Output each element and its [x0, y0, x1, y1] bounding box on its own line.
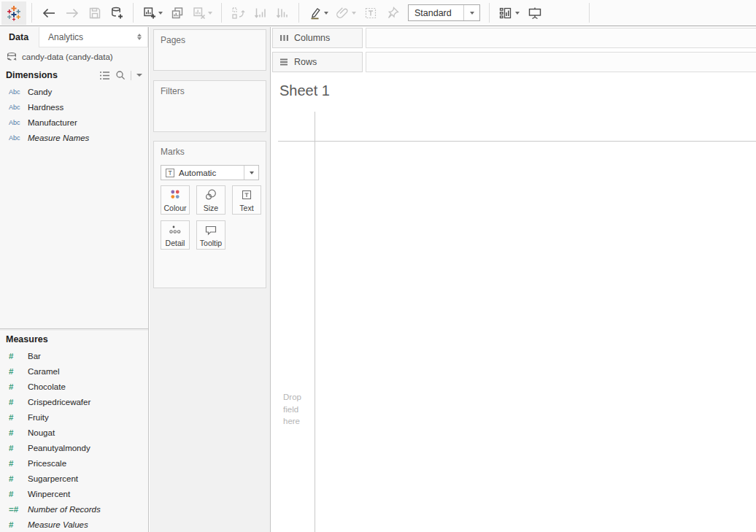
- tooltip-button[interactable]: Tooltip: [196, 220, 225, 250]
- clear-sheet-dropdown-caret[interactable]: [208, 12, 212, 15]
- redo-button[interactable]: [61, 2, 84, 24]
- field-winpercent[interactable]: # Winpercent: [0, 486, 148, 501]
- field-chocolate[interactable]: # Chocolate: [0, 379, 148, 394]
- rows-shelf-dropzone[interactable]: [366, 52, 756, 72]
- number-type-icon: #: [9, 428, 28, 437]
- sort-ascending-button[interactable]: [250, 2, 271, 24]
- field-candy[interactable]: Abc Candy: [0, 84, 148, 99]
- number-type-icon: #: [9, 398, 28, 406]
- data-source-icon: [6, 52, 18, 63]
- format-dropdown-caret[interactable]: [352, 12, 356, 15]
- detail-button-label: Detail: [166, 239, 185, 247]
- size-button-label: Size: [204, 204, 218, 212]
- fit-selector-caret-box[interactable]: [463, 5, 479, 20]
- search-icon[interactable]: [115, 70, 126, 80]
- detail-button[interactable]: Detail: [161, 220, 190, 250]
- rows-shelf-row: Rows: [272, 52, 756, 72]
- text-icon: [241, 189, 252, 201]
- data-pane: Data Analytics candy-data (candy-data) D…: [0, 27, 149, 532]
- field-label: Nougat: [28, 428, 55, 437]
- tab-data[interactable]: Data: [0, 27, 39, 47]
- highlight-dropdown-caret[interactable]: [324, 12, 328, 15]
- mark-type-value: Automatic: [179, 169, 244, 177]
- field-caramel[interactable]: # Caramel: [0, 363, 148, 379]
- string-type-icon: Abc: [9, 134, 28, 142]
- tab-analytics[interactable]: Analytics: [39, 27, 148, 47]
- toolbar-separator: [221, 3, 222, 23]
- mark-type-text-icon: T: [166, 169, 174, 177]
- presentation-mode-button[interactable]: [523, 2, 547, 24]
- mark-type-caret-box[interactable]: [244, 166, 258, 180]
- field-fruity[interactable]: # Fruity: [0, 409, 148, 425]
- number-type-icon: #: [9, 474, 28, 483]
- drop-field-here-hint[interactable]: Drop field here: [283, 391, 312, 428]
- field-number-of-records[interactable]: =# Number of Records: [0, 501, 148, 517]
- field-measure-values[interactable]: # Measure Values: [0, 517, 148, 532]
- new-data-source-button[interactable]: [106, 2, 128, 24]
- measures-header: Measures: [0, 331, 148, 348]
- text-button[interactable]: Text: [232, 185, 261, 215]
- datasource-item[interactable]: candy-data (candy-data): [0, 47, 148, 66]
- number-type-icon: #: [9, 367, 28, 376]
- field-pricescale[interactable]: # Pricescale: [0, 455, 148, 471]
- number-type-icon: #: [9, 490, 28, 498]
- field-peanutyalmondy[interactable]: # Peanutyalmondy: [0, 440, 148, 455]
- mark-type-dropdown[interactable]: T Automatic: [161, 165, 259, 180]
- field-crispedricewafer[interactable]: # Crispedricewafer: [0, 394, 148, 409]
- save-button[interactable]: [84, 2, 106, 24]
- sort-ascending-icon: [253, 6, 268, 20]
- colour-button-label: Colour: [164, 204, 187, 212]
- show-hide-cards-button[interactable]: [495, 2, 523, 24]
- pane-reorder-icon[interactable]: [137, 34, 142, 40]
- size-button[interactable]: Size: [196, 185, 225, 215]
- swap-rows-columns-button[interactable]: [227, 2, 250, 24]
- undo-button[interactable]: [37, 2, 61, 24]
- dimensions-header-label: Dimensions: [6, 70, 58, 80]
- field-manufacturer[interactable]: Abc Manufacturer: [0, 115, 148, 130]
- filters-shelf[interactable]: Filters: [153, 80, 266, 132]
- field-label: Hardness: [28, 103, 63, 112]
- sheet-title[interactable]: Sheet 1: [279, 82, 330, 99]
- tab-data-label: Data: [9, 32, 28, 42]
- columns-shelf-label: Columns: [294, 33, 330, 43]
- field-label: Sugarpercent: [28, 474, 78, 483]
- fit-selector[interactable]: Standard: [408, 4, 480, 21]
- visualization-canvas: Columns Rows Sheet 1 Drop field here: [271, 27, 756, 532]
- string-type-icon: Abc: [9, 104, 28, 111]
- field-label: Number of Records: [28, 505, 101, 514]
- new-worksheet-button[interactable]: [139, 2, 166, 24]
- field-label: Pricescale: [28, 459, 66, 468]
- field-nougat[interactable]: # Nougat: [0, 425, 148, 440]
- pages-shelf[interactable]: Pages: [153, 29, 266, 71]
- field-measure-names[interactable]: Abc Measure Names: [0, 130, 148, 145]
- number-type-icon: #: [9, 352, 28, 361]
- duplicate-sheet-icon: [170, 6, 185, 20]
- dimensions-header: Dimensions: [0, 66, 148, 84]
- format-button[interactable]: [332, 2, 360, 24]
- datasource-label: candy-data (candy-data): [22, 53, 113, 61]
- toolbar-separator: [31, 3, 32, 23]
- pin-button[interactable]: [382, 2, 404, 24]
- clear-sheet-button[interactable]: [188, 2, 216, 24]
- show-mark-labels-button[interactable]: [360, 2, 382, 24]
- marks-card: Marks T Automatic Colour: [153, 141, 266, 288]
- tableau-logo[interactable]: [1, 1, 26, 25]
- duplicate-sheet-button[interactable]: [166, 2, 188, 24]
- columns-shelf-dropzone[interactable]: [366, 28, 756, 48]
- field-label: Measure Names: [28, 134, 89, 142]
- cards-panel: Pages Filters Marks T Automatic Colour: [150, 27, 271, 532]
- colour-button[interactable]: Colour: [161, 185, 190, 215]
- field-hardness[interactable]: Abc Hardness: [0, 99, 148, 115]
- sort-descending-button[interactable]: [271, 2, 293, 24]
- undo-icon: [41, 6, 57, 20]
- data-pane-menu-caret[interactable]: [136, 74, 142, 77]
- field-bar[interactable]: # Bar: [0, 348, 148, 363]
- highlight-button[interactable]: [304, 2, 332, 24]
- rows-shelf-header: Rows: [272, 52, 363, 72]
- show-cards-dropdown-caret[interactable]: [515, 12, 520, 15]
- view-list-icon[interactable]: [99, 71, 110, 80]
- swap-rows-columns-icon: [231, 6, 246, 20]
- new-worksheet-dropdown-caret[interactable]: [158, 12, 163, 15]
- marks-buttons: Colour Size Text: [154, 180, 266, 250]
- field-sugarpercent[interactable]: # Sugarpercent: [0, 471, 148, 486]
